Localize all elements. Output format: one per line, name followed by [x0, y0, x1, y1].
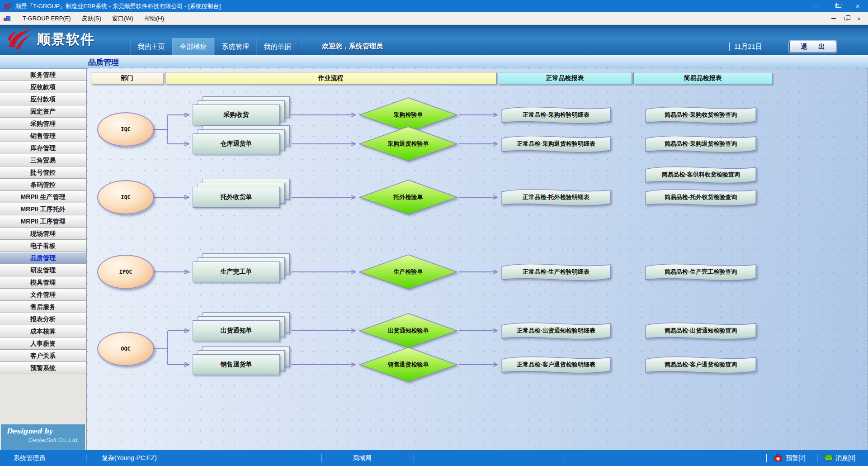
stack-sheet-front: 销售退货单 [193, 354, 280, 375]
diamond-outsource-inspection[interactable]: 托外检验单 [359, 179, 458, 215]
report-simple-production-completion[interactable]: 简易品检-生产完工检验查询 [644, 262, 757, 282]
restore-icon [844, 17, 848, 20]
dept-ellipse-iqc-2: IQC [97, 180, 154, 214]
sidebar-item-report-analysis[interactable]: 报表分析 [0, 313, 86, 325]
sidebar-item-purchasing[interactable]: 采购管理 [0, 118, 86, 130]
mdi-close-button[interactable]: × [853, 12, 865, 25]
sidebar-item-costing[interactable]: 成本核算 [0, 325, 86, 338]
date-separator [729, 43, 730, 51]
status-host: 复杂(Young-PC:FZ) [102, 454, 157, 462]
report-normal-production[interactable]: 正常品检-生产检验明细表 [500, 262, 612, 282]
menu-tgroup-erp[interactable]: T-GROUP ERP(E) [17, 13, 76, 24]
sidebar-item-crm[interactable]: 客户关系 [0, 350, 86, 362]
diamond-production-inspection[interactable]: 生产检验单 [359, 254, 458, 290]
diamond-shipping-notice-inspection[interactable]: 出货通知检验单 [359, 313, 458, 349]
sidebar-item-fixed-assets[interactable]: 固定资产 [0, 105, 86, 118]
process-sales-return[interactable]: 销售退货单 [193, 346, 291, 376]
module-sidebar: 账务管理 应收款项 应付款项 固定资产 采购管理 销售管理 库存管理 三角贸易 … [0, 69, 87, 450]
menu-skin[interactable]: 皮肤(S) [76, 13, 107, 24]
report-normal-shipping-notice[interactable]: 正常品检-出货通知检验明细表 [500, 320, 612, 341]
report-normal-customer-return[interactable]: 正常品检-客户退货检验明细表 [500, 354, 612, 375]
mdi-restore-button[interactable] [840, 12, 853, 25]
menu-help[interactable]: 帮助(H) [139, 13, 170, 24]
report-normal-purchase-return[interactable]: 正常品检-采购退货检验明细表 [500, 133, 612, 154]
diamond-sales-return-inspection[interactable]: 销售退货检验单 [359, 347, 458, 383]
sidebar-item-documents[interactable]: 文件管理 [0, 289, 86, 301]
process-outsource-receiving[interactable]: 托外收货单 [193, 179, 291, 209]
sidebar-item-after-sales[interactable]: 售后服务 [0, 301, 86, 313]
stack-sheet-front: 生产完工单 [193, 262, 280, 282]
process-warehouse-return[interactable]: 仓库退货单 [193, 125, 291, 155]
sidebar-item-shopfloor[interactable]: 现场管理 [0, 228, 86, 240]
stack-sheet-front: 托外收货单 [193, 187, 280, 208]
tab-my-documents[interactable]: 我的单据 [256, 38, 298, 55]
sidebar-item-hr-payroll[interactable]: 人事薪资 [0, 338, 86, 350]
exit-button[interactable]: 退 出 [789, 41, 836, 52]
alert-icon [774, 454, 782, 461]
sidebar-item-quality[interactable]: 品质管理 [0, 252, 86, 264]
sidebar-item-barcode-control[interactable]: 条码管控 [0, 179, 86, 191]
sidebar-item-mrp2-process[interactable]: MRPII 工序管理 [0, 215, 86, 228]
welcome-text: 欢迎您，系统管理员 [322, 42, 383, 51]
status-separator [321, 454, 321, 462]
sidebar-item-triangle-trade[interactable]: 三角贸易 [0, 154, 86, 166]
status-separator [817, 454, 817, 462]
menu-window[interactable]: 窗口(W) [107, 13, 139, 24]
status-separator [563, 454, 563, 462]
app-logo-icon [4, 2, 13, 10]
report-normal-purchase[interactable]: 正常品检-采购检验明细表 [500, 105, 612, 125]
sidebar-item-mold[interactable]: 模具管理 [0, 276, 86, 289]
dept-label: IPQC [119, 269, 132, 275]
close-button[interactable]: × [847, 0, 868, 12]
report-simple-purchase-return[interactable]: 简易品检-采购退货检验查询 [644, 133, 757, 154]
sidebar-item-sales[interactable]: 销售管理 [0, 130, 86, 142]
nav-tabs: 我的主页 全部模块 系统管理 我的单据 [130, 38, 298, 55]
report-simple-purchase-receiving[interactable]: 简易品检-采购收货检验查询 [644, 105, 757, 125]
status-network: 局域网 [353, 454, 372, 462]
tab-my-home[interactable]: 我的主页 [130, 38, 172, 55]
diamond-purchase-return-inspection[interactable]: 采购退货检验单 [359, 126, 458, 162]
report-normal-outsource[interactable]: 正常品检-托外检验明细表 [500, 187, 612, 208]
report-simple-shipping-notice[interactable]: 简易品检-出货通知检验查询 [644, 320, 757, 341]
tab-system-management[interactable]: 系统管理 [214, 38, 256, 55]
stack-sheet-front: 仓库退货单 [193, 133, 280, 154]
sidebar-item-mrp2-outsourcing[interactable]: MRPII 工序托外 [0, 203, 86, 215]
sidebar-item-kanban[interactable]: 电子看板 [0, 240, 86, 252]
dept-label: IQC [121, 126, 131, 133]
sidebar-item-receivables[interactable]: 应收款项 [0, 81, 86, 93]
brand-logo-text: 顺景软件 [37, 30, 95, 49]
sidebar-item-payables[interactable]: 应付款项 [0, 93, 86, 105]
tab-all-modules[interactable]: 全部模块 [172, 38, 214, 55]
sidebar-item-rnd[interactable]: 研发管理 [0, 264, 86, 276]
report-simple-customer-return[interactable]: 简易品检-客户退货检验查询 [644, 354, 757, 375]
report-simple-customer-supplied[interactable]: 简易品检-客供料收货检验查询 [644, 164, 757, 185]
process-shipping-notice[interactable]: 出货通知单 [193, 312, 291, 342]
company-text: CenterSoft Co.,Ltd. [1, 437, 85, 443]
mdi-minimize-button[interactable] [827, 12, 840, 25]
sidebar-item-mrp2-production[interactable]: MRPII 生产管理 [0, 191, 86, 203]
restore-button[interactable] [826, 0, 847, 12]
status-message[interactable]: 消息[9] [835, 454, 855, 462]
title-bar: 顺景『T-GROUP』制造业ERP系统 - 东莞顺景软件科技有限公司 - [系统… [0, 0, 868, 12]
designed-by-text: Designed by [1, 427, 85, 435]
designed-by-box: Designed by CenterSoft Co.,Ltd. [1, 424, 85, 450]
status-user: 系统管理员 [14, 454, 45, 462]
process-purchase-receiving[interactable]: 采购收货 [193, 96, 291, 126]
page-title: 品质管理 [88, 57, 119, 67]
process-production-completion[interactable]: 生产完工单 [193, 253, 291, 283]
report-simple-outsource-receiving[interactable]: 简易品检-托外收货检验查询 [644, 187, 757, 208]
date-label: 11月21日 [734, 43, 762, 51]
status-bar: 系统管理员 复杂(Young-PC:FZ) 局域网 预警[2] 消息[9] [0, 450, 868, 466]
status-separator [414, 454, 414, 462]
status-separator [766, 454, 767, 462]
flowchart-canvas: 部门 作业流程 正常品检报表 简易品检报表 IQC IQC IPQC OQC [87, 68, 868, 450]
sidebar-item-inventory[interactable]: 库存管理 [0, 142, 86, 154]
sidebar-item-lot-control[interactable]: 批号管控 [0, 166, 86, 179]
close-icon: × [857, 15, 861, 22]
sidebar-item-accounting[interactable]: 账务管理 [0, 69, 86, 81]
stack-sheet-front: 出货通知单 [193, 320, 280, 341]
status-alert[interactable]: 预警[2] [786, 454, 806, 462]
minimize-button[interactable] [806, 0, 826, 12]
minimize-icon [814, 6, 819, 6]
sidebar-item-alert-system[interactable]: 预警系统 [0, 362, 86, 374]
